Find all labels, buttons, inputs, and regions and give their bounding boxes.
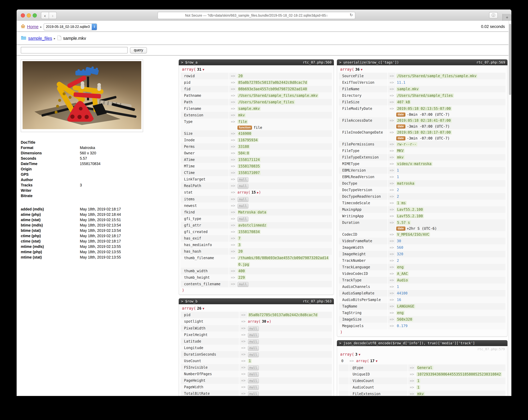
- page-content: Home ▸ 2019-05-18_02-18-22.sqlite3 ▲▼ 0.…: [17, 21, 511, 396]
- kv-arrow: =>: [388, 290, 396, 297]
- kv-value-wrap: /Users/Shared/sample_files: [238, 99, 330, 105]
- panel-title-function[interactable]: unserialize: [343, 60, 366, 65]
- kv-row: thumb_width=>400: [181, 268, 332, 274]
- kv-row: MuxingApp=>Lavf55.2.100: [339, 206, 505, 213]
- array-collapsed: array(30▶): [248, 319, 271, 324]
- meta-label: Dimensions: [21, 150, 80, 156]
- back-button[interactable]: ‹: [41, 12, 49, 19]
- kv-value-wrap: 85a8b72785c50137a0b2442c8d8cac7d: [238, 79, 330, 86]
- kv-value-wrap: array(30▶): [248, 318, 330, 325]
- kv-row: items=>null: [181, 196, 332, 203]
- scrollbar-thumb[interactable]: [509, 24, 511, 95]
- meta-row: atime (stat)May 18th, 2019 02:15:51: [21, 217, 147, 223]
- kv-key: EBMLVersion: [339, 167, 388, 174]
- video-thumbnail[interactable]: [23, 61, 141, 129]
- kv-key: gfi_type: [181, 216, 229, 222]
- panel-title-function[interactable]: json_decode: [343, 341, 366, 346]
- page-info-button[interactable]: ⓘ: [489, 12, 498, 18]
- kv-value-wrap: 1: [416, 384, 504, 391]
- kv-row: thumb_filename=>/thumbs/08/08b693e3ae455…: [181, 255, 332, 268]
- kv-row: WritingApp=>Lavf55.2.100: [339, 213, 505, 219]
- db-select[interactable]: 2019-05-18_02-18-22.sqlite3 ▲▼: [44, 23, 97, 30]
- collapse-triangle-icon[interactable]: ▼: [359, 353, 360, 356]
- kv-arrow: =>: [229, 169, 238, 176]
- null-badge: null: [248, 346, 259, 350]
- zoom-window-button[interactable]: [33, 13, 37, 18]
- kv-row: FileAccessDate=>2019:05:18 02:18:41-07:0…: [339, 117, 505, 129]
- query-input[interactable]: [21, 47, 128, 53]
- expand-triangle-icon[interactable]: ▶: [257, 191, 259, 194]
- kv-arrow: =>: [229, 182, 238, 189]
- kv-value: 2019:05:18 02:18:17-07:00: [396, 130, 452, 134]
- collapse-triangle-icon[interactable]: ▼: [203, 68, 204, 71]
- breadcrumb-db: Home ▸ 2019-05-18_02-18-22.sqlite3 ▲▼: [21, 23, 97, 31]
- kv-value-wrap: array(15▶): [238, 189, 330, 196]
- panel-title-rest: (utf8_encode($row_d['info']), true)['med…: [366, 341, 475, 345]
- kv-key: NumberOfPages: [181, 371, 240, 377]
- kv-value-wrap: 320: [396, 251, 504, 257]
- panel-title: > unserialize($row_c['tags']): [339, 60, 399, 64]
- browser-window: ‹ › Not Secure — ?db=data/skim/663_sampl…: [17, 10, 511, 396]
- browser-toolbar: ‹ › Not Secure — ?db=data/skim/663_sampl…: [17, 10, 511, 21]
- collapse-triangle-icon[interactable]: ▼: [203, 307, 204, 310]
- expand-triangle-icon[interactable]: ▶: [267, 320, 269, 323]
- meta-label: DocTitle: [21, 140, 80, 145]
- new-tab-button[interactable]: +: [503, 14, 511, 21]
- kv-value: 7: [238, 236, 241, 240]
- kv-arrow: =>: [229, 228, 238, 235]
- array-close-line: ): [339, 329, 505, 335]
- close-window-button[interactable]: [21, 13, 25, 18]
- kv-key: Owner: [181, 150, 229, 156]
- kv-row: FilePermissions=>rw-r--r--: [339, 141, 505, 147]
- kv-value-wrap: Matroska data: [238, 209, 330, 216]
- meta-label: GPS: [21, 172, 80, 177]
- divider: [17, 31, 511, 32]
- kv-key: has_hash: [181, 248, 229, 255]
- home-link[interactable]: Home: [27, 24, 38, 29]
- forward-button[interactable]: ›: [49, 12, 57, 19]
- null-badge: null: [248, 326, 259, 331]
- kv-key: Size: [181, 130, 229, 137]
- meta-row: Tracks3: [21, 182, 147, 188]
- kv-key: ImageWidth: [339, 244, 388, 251]
- collapse-triangle-icon[interactable]: ▼: [376, 360, 378, 363]
- meta-value: May 18th, 2019 02:18:44: [80, 212, 121, 217]
- meta-value: May 18th, 2019 02:13:55: [80, 244, 121, 249]
- kv-value-wrap: 229: [238, 274, 330, 281]
- minimize-window-button[interactable]: [27, 13, 31, 18]
- kv-key: FSInvisible: [181, 364, 240, 371]
- kv-value: 1558171097: [238, 171, 261, 175]
- meta-value: May 18th, 2019 02:13:55: [80, 255, 121, 260]
- kv-key: RealPath: [181, 182, 229, 189]
- meta-label: DateTime: [21, 161, 80, 167]
- parent-folder-link[interactable]: sample_files: [28, 36, 52, 41]
- meta-row: GPS: [21, 172, 147, 177]
- collapse-triangle-icon[interactable]: ▼: [361, 68, 362, 71]
- query-button[interactable]: query: [130, 47, 147, 53]
- function-name[interactable]: file: [254, 125, 262, 130]
- kv-value: sample.mkv: [396, 87, 420, 91]
- kv-key: items: [181, 196, 229, 203]
- panel-body: array(26▼pid=>85a8b72785c50137a0b2442c8d…: [179, 304, 334, 396]
- kv-row: stat=>array(15▶): [181, 189, 332, 196]
- reload-icon[interactable]: ↻: [350, 13, 353, 17]
- kv-value: 560x320: [396, 317, 413, 322]
- kv-row: AudioSampleRate=>44100: [339, 290, 505, 297]
- function-badge: function: [238, 126, 252, 130]
- kv-key: Filename: [181, 105, 229, 112]
- kv-row: TagName=>LANGUAGE: [339, 303, 505, 310]
- kv-arrow: =>: [229, 274, 238, 281]
- kv-row: MTime=>1558170835: [181, 163, 332, 169]
- kv-value: 416900: [238, 132, 252, 136]
- panel-source-ref: rtc_07.php:560: [303, 60, 332, 64]
- meta-label: mtime (stat): [21, 255, 80, 260]
- kv-key: spotlight: [181, 318, 240, 325]
- metadata-table-main: DocTitleFormatMatroskaDimensions560 x 32…: [21, 140, 147, 199]
- kv-key: AudioSampleRate: [339, 290, 388, 297]
- kv-value: mkv: [238, 113, 246, 117]
- kv-row: RealPath=>null: [181, 182, 332, 189]
- kv-value-wrap: 560x320: [396, 316, 504, 323]
- url-field[interactable]: Not Secure — ?db=data/skim/663_sample_fi…: [158, 12, 355, 19]
- panel-title: > $row_b: [181, 299, 198, 303]
- kv-arrow: =>: [388, 187, 396, 193]
